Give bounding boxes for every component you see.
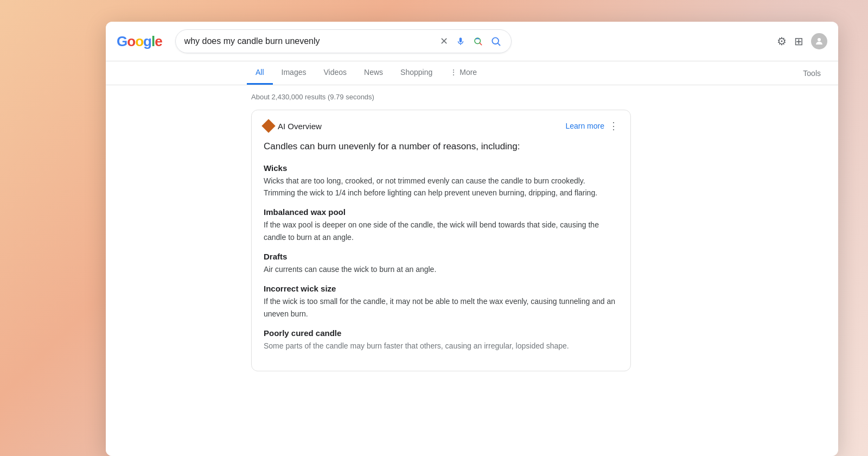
main-content: About 2,430,000 results (9.79 seconds) A…: [106, 85, 838, 456]
ai-section-wick-size: Incorrect wick size If the wick is too s…: [264, 284, 618, 320]
ai-section-title-cured: Poorly cured candle: [264, 328, 618, 338]
clear-button[interactable]: ✕: [439, 34, 449, 48]
results-count: About 2,430,000 results (9.79 seconds): [251, 93, 827, 101]
google-logo: G o o g l e: [117, 33, 162, 50]
ai-section-wicks: Wicks Wicks that are too long, crooked, …: [264, 163, 618, 199]
svg-point-2: [492, 37, 499, 44]
top-right-icons: ⚙ ⊞: [777, 33, 827, 49]
avatar[interactable]: [811, 33, 827, 49]
nav-tabs: All Images Videos News Shopping ⋮ More T…: [106, 61, 838, 85]
settings-icon[interactable]: ⚙: [777, 35, 787, 48]
ai-title-row: AI Overview: [264, 121, 322, 131]
tab-shopping[interactable]: Shopping: [392, 61, 441, 85]
logo-e: e: [155, 33, 162, 50]
ai-overview: AI Overview Learn more ⋮ Candles can bur…: [251, 110, 631, 371]
ai-overview-header: AI Overview Learn more ⋮: [264, 120, 618, 132]
ai-options-icon[interactable]: ⋮: [609, 120, 618, 132]
tab-images[interactable]: Images: [273, 61, 315, 85]
ai-overview-title: AI Overview: [278, 122, 322, 131]
ai-section-text-drafts: Air currents can cause the wick to burn …: [264, 263, 618, 275]
ai-section-title-drafts: Drafts: [264, 252, 618, 261]
ai-header-right: Learn more ⋮: [565, 120, 618, 132]
ai-section-text-wax: If the wax pool is deeper on one side of…: [264, 219, 618, 243]
logo-g2: g: [143, 33, 151, 50]
voice-search-button[interactable]: [455, 35, 467, 47]
tab-more[interactable]: ⋮ More: [441, 61, 486, 85]
search-submit-button[interactable]: [489, 35, 502, 48]
ai-section-text-cured: Some parts of the candle may burn faster…: [264, 340, 618, 352]
search-bar: ✕: [175, 29, 512, 53]
more-dots-icon: ⋮: [450, 68, 457, 77]
ai-section-title-wicks: Wicks: [264, 163, 618, 173]
lens-search-button[interactable]: [472, 35, 484, 47]
tab-all[interactable]: All: [247, 61, 273, 85]
ai-section-text-wicks: Wicks that are too long, crooked, or not…: [264, 175, 618, 199]
logo-o2: o: [135, 33, 143, 50]
browser-window: G o o g l e ✕: [106, 22, 838, 456]
ai-section-drafts: Drafts Air currents can cause the wick t…: [264, 252, 618, 275]
learn-more-link[interactable]: Learn more: [565, 122, 604, 130]
search-icons: ✕: [439, 34, 502, 48]
ai-section-wax: Imbalanced wax pool If the wax pool is d…: [264, 207, 618, 243]
svg-point-3: [818, 38, 821, 41]
tab-videos[interactable]: Videos: [315, 61, 355, 85]
top-bar: G o o g l e ✕: [106, 22, 838, 61]
ai-section-text-wick-size: If the wick is too small for the candle,…: [264, 295, 618, 320]
ai-section-title-wick-size: Incorrect wick size: [264, 284, 618, 293]
logo-g: G: [117, 33, 127, 50]
apps-icon[interactable]: ⊞: [794, 35, 803, 48]
ai-section-cured: Poorly cured candle Some parts of the ca…: [264, 328, 618, 352]
ai-section-title-wax: Imbalanced wax pool: [264, 207, 618, 217]
search-input[interactable]: [184, 36, 433, 46]
tools-button[interactable]: Tools: [796, 65, 827, 82]
ai-intro: Candles can burn unevenly for a number o…: [264, 140, 618, 154]
logo-o1: o: [127, 33, 135, 50]
tab-news[interactable]: News: [355, 61, 392, 85]
ai-diamond-icon: [261, 119, 275, 132]
